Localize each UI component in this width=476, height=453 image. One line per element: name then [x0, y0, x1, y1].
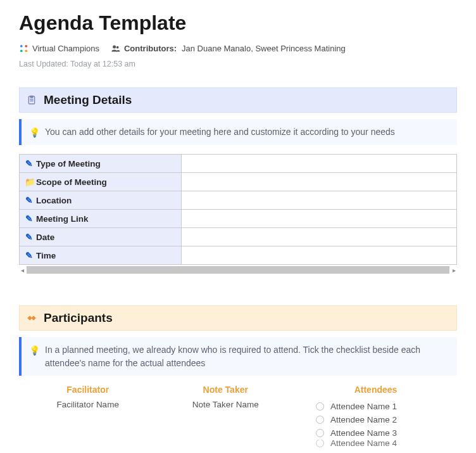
participants-callout-text: In a planned meeting, we already know wh… [45, 343, 449, 369]
scroll-track[interactable] [27, 266, 449, 274]
detail-value-cell[interactable] [181, 210, 456, 228]
detail-label-cell: ✎Meeting Link [20, 210, 182, 228]
handshake-icon [26, 312, 37, 324]
workspace-chip[interactable]: Virtual Champions [19, 44, 99, 53]
notetaker-head: Note Taker [163, 385, 289, 395]
participants-title: Participants [44, 311, 113, 325]
svg-rect-7 [30, 96, 33, 98]
facilitator-column: Facilitator Facilitator Name [25, 385, 151, 447]
table-row: ✎Type of Meeting [20, 155, 457, 173]
detail-label-cell: ✎Time [20, 246, 182, 265]
svg-point-5 [116, 46, 119, 49]
detail-label: Meeting Link [36, 214, 89, 224]
notetaker-column: Note Taker Note Taker Name [163, 385, 289, 447]
attendee-item[interactable]: Attendee Name 4 [301, 440, 451, 447]
attendee-item[interactable]: Attendee Name 2 [301, 413, 451, 426]
detail-value-cell[interactable] [181, 191, 456, 210]
attendee-name: Attendee Name 2 [330, 415, 397, 424]
contributors-label: Contributors: [124, 44, 177, 53]
table-row: ✎Location [20, 191, 457, 210]
meta-row: Virtual Champions Contributors: Jan Duan… [19, 44, 457, 53]
svg-point-2 [20, 49, 23, 52]
pencil-icon: ✎ [25, 250, 34, 260]
attendee-checkbox[interactable] [316, 402, 324, 411]
attendee-checkbox[interactable] [316, 440, 324, 447]
table-row: ✎Meeting Link [20, 210, 457, 228]
pencil-icon: ✎ [25, 158, 34, 169]
svg-point-1 [25, 45, 27, 48]
lightbulb-icon: 💡 [29, 126, 40, 139]
attendee-name: Attendee Name 1 [330, 402, 397, 411]
pencil-icon: ✎ [25, 232, 34, 242]
attendee-item[interactable]: Attendee Name 1 [301, 400, 451, 413]
table-row: ✎Time [20, 246, 457, 265]
detail-label-cell: 📁Scope of Meeting [20, 173, 182, 191]
detail-label-cell: ✎Date [20, 228, 182, 246]
detail-value-cell[interactable] [181, 155, 456, 173]
table-row: 📁Scope of Meeting [20, 173, 457, 191]
detail-label: Scope of Meeting [36, 177, 107, 187]
detail-value-cell[interactable] [181, 246, 456, 265]
meeting-details-callout-text: You can add other details for your meeti… [45, 125, 395, 138]
clipboard-icon [26, 94, 37, 106]
svg-point-0 [20, 45, 23, 48]
meeting-details-table: ✎Type of Meeting📁Scope of Meeting✎Locati… [19, 154, 457, 265]
attendee-name: Attendee Name 3 [330, 428, 397, 438]
detail-label: Time [36, 251, 56, 260]
participants-header: Participants [19, 305, 457, 331]
attendees-head: Attendees [301, 385, 451, 395]
detail-label: Type of Meeting [36, 159, 101, 169]
detail-label: Date [36, 233, 54, 242]
attendee-checkbox[interactable] [316, 416, 324, 424]
facilitator-value[interactable]: Facilitator Name [25, 400, 151, 409]
svg-point-3 [25, 49, 27, 52]
last-updated: Last Updated: Today at 12:53 am [19, 60, 457, 68]
attendees-column: Attendees Attendee Name 1Attendee Name 2… [301, 385, 451, 447]
attendee-item[interactable]: Attendee Name 3 [301, 426, 451, 440]
meeting-details-header: Meeting Details [19, 87, 457, 113]
notetaker-value[interactable]: Note Taker Name [163, 400, 289, 409]
pencil-icon: ✎ [25, 214, 34, 224]
detail-label: Location [36, 196, 72, 205]
workspace-icon [19, 44, 28, 53]
detail-label-cell: ✎Location [20, 191, 182, 210]
workspace-name: Virtual Champions [32, 44, 99, 53]
folder-icon: 📁 [25, 177, 34, 187]
detail-value-cell[interactable] [181, 173, 456, 191]
contributors-names: Jan Duane Manalo, Sweet Princess Matinin… [182, 44, 346, 53]
attendee-name: Attendee Name 4 [330, 440, 397, 447]
facilitator-head: Facilitator [25, 385, 151, 395]
pencil-icon: ✎ [25, 195, 34, 205]
page-title: Agenda Template [19, 11, 457, 35]
svg-point-4 [113, 46, 116, 49]
detail-value-cell[interactable] [181, 228, 456, 246]
participants-grid: Facilitator Facilitator Name Note Taker … [19, 385, 457, 447]
detail-label-cell: ✎Type of Meeting [20, 155, 182, 173]
contributors-chip[interactable]: Contributors: Jan Duane Manalo, Sweet Pr… [111, 44, 346, 53]
scroll-left-arrow[interactable]: ◂ [19, 267, 25, 274]
people-icon [111, 44, 120, 53]
table-row: ✎Date [20, 228, 457, 246]
scroll-right-arrow[interactable]: ▸ [451, 267, 457, 274]
attendee-checkbox[interactable] [316, 429, 324, 437]
meeting-details-title: Meeting Details [44, 93, 132, 107]
meeting-details-callout: 💡 You can add other details for your mee… [19, 119, 457, 145]
horizontal-scrollbar[interactable]: ◂ ▸ [19, 266, 457, 274]
participants-callout: 💡 In a planned meeting, we already know … [19, 337, 457, 376]
lightbulb-icon: 💡 [29, 344, 40, 357]
